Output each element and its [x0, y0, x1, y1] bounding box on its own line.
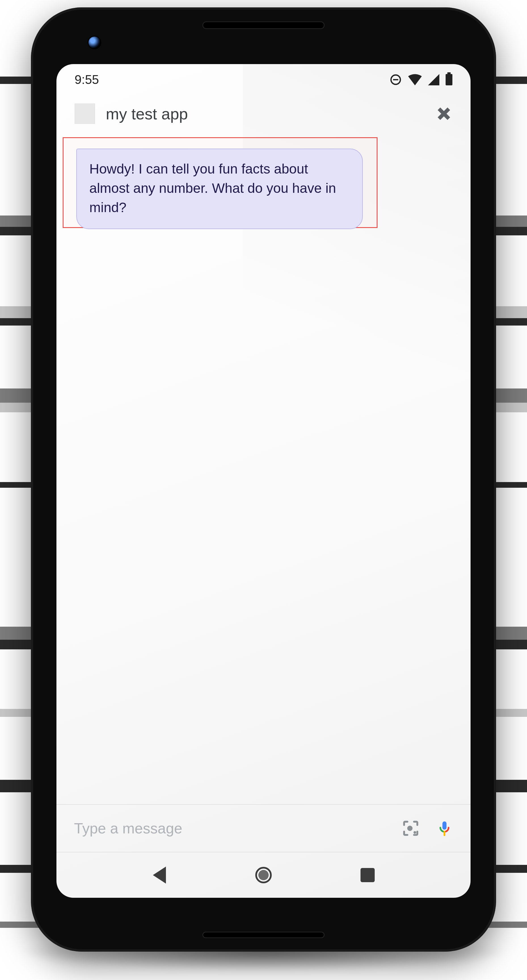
microphone-button[interactable]: [435, 819, 454, 837]
nav-home-button[interactable]: [253, 865, 274, 885]
phone-frame: 9:55 my test app: [31, 7, 496, 951]
app-title-bar: my test app: [56, 95, 471, 132]
do-not-disturb-icon: [389, 73, 402, 86]
microphone-icon: [436, 820, 453, 837]
front-camera: [88, 36, 101, 49]
app-icon: [75, 103, 95, 124]
bottom-speaker: [202, 932, 325, 938]
nav-recent-button[interactable]: [358, 865, 377, 885]
svg-point-4: [407, 826, 413, 831]
cellular-signal-icon: [428, 74, 439, 85]
assistant-message-bubble: Howdy! I can tell you fun facts about al…: [76, 149, 363, 229]
assistant-message-text: Howdy! I can tell you fun facts about al…: [89, 161, 336, 215]
wifi-icon: [408, 74, 422, 85]
close-button[interactable]: [435, 105, 452, 122]
nav-recent-icon: [360, 868, 375, 882]
conversation-area[interactable]: Howdy! I can tell you fun facts about al…: [56, 132, 471, 804]
google-lens-button[interactable]: [400, 818, 421, 839]
close-icon: [436, 107, 451, 121]
nav-back-icon: [153, 867, 166, 884]
battery-icon: [446, 74, 452, 85]
compose-bar: [56, 804, 471, 853]
nav-back-button[interactable]: [150, 865, 169, 885]
status-time: 9:55: [75, 73, 99, 87]
status-bar: 9:55: [56, 64, 471, 95]
google-lens-icon: [401, 818, 420, 838]
phone-screen: 9:55 my test app: [56, 64, 471, 898]
svg-point-5: [414, 831, 416, 834]
app-title: my test app: [106, 105, 425, 123]
android-nav-bar: [56, 853, 471, 898]
svg-rect-6: [443, 821, 447, 830]
message-input[interactable]: [73, 819, 386, 837]
earpiece-speaker: [202, 22, 325, 29]
nav-home-icon: [255, 867, 272, 883]
